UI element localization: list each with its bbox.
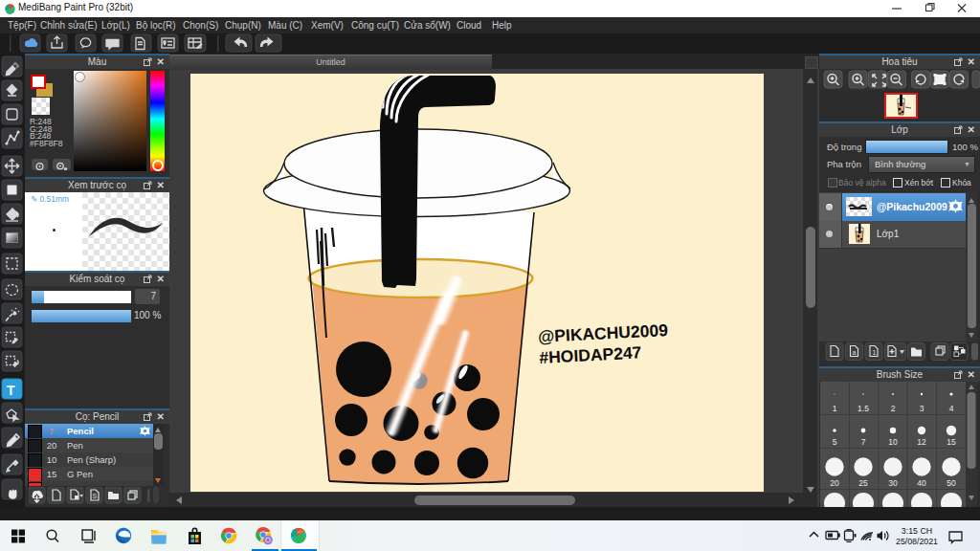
svg-text:1: 1 [873, 349, 877, 356]
svg-text:15: 15 [947, 437, 956, 447]
svg-text:a: a [853, 349, 857, 356]
svg-text:T: T [7, 383, 15, 398]
svg-text:12: 12 [917, 437, 926, 447]
svg-text:3: 3 [920, 404, 924, 413]
svg-text:50: 50 [947, 478, 956, 488]
svg-text:25/08/2021: 25/08/2021 [896, 537, 938, 546]
svg-text:@PIKACHU2009: @PIKACHU2009 [538, 320, 669, 346]
svg-text:40: 40 [917, 478, 926, 488]
svg-text:#HOIDAP247: #HOIDAP247 [539, 342, 642, 367]
svg-text:7: 7 [861, 437, 866, 447]
svg-text:1: 1 [833, 404, 837, 413]
svg-text:4: 4 [949, 404, 954, 413]
svg-text:S: S [93, 493, 98, 499]
svg-text:2: 2 [891, 404, 896, 413]
svg-text:5: 5 [833, 437, 837, 447]
svg-text:1.5: 1.5 [858, 404, 869, 413]
svg-text:30: 30 [888, 478, 898, 488]
svg-text:10: 10 [888, 437, 898, 447]
svg-text:3:15 CH: 3:15 CH [902, 526, 932, 536]
svg-text:20: 20 [830, 478, 839, 488]
svg-text:25: 25 [858, 478, 868, 488]
